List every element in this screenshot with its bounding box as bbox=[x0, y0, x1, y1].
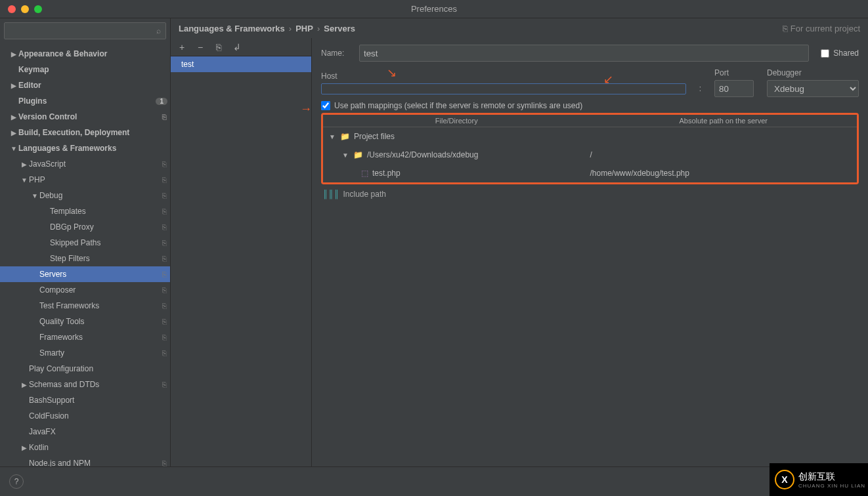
path-mappings-label: Use path mappings (select if the server … bbox=[334, 101, 582, 110]
minimize-icon[interactable] bbox=[21, 5, 29, 13]
sidebar-item-build-execution-deployment[interactable]: ▶Build, Execution, Deployment bbox=[0, 125, 170, 140]
debugger-label: Debugger bbox=[767, 68, 859, 77]
shared-checkbox[interactable]: Shared bbox=[821, 49, 859, 58]
copy-icon: ⎘ bbox=[158, 160, 170, 168]
watermark-logo: X 创新互联 CHUANG XIN HU LIAN bbox=[770, 463, 868, 496]
sidebar-item-play-configuration[interactable]: Play Configuration bbox=[0, 361, 170, 377]
search-icon: ⌕ bbox=[156, 26, 161, 35]
sidebar-item-javafx[interactable]: JavaFX bbox=[0, 424, 170, 440]
sidebar-item-smarty[interactable]: Smarty⎘ bbox=[0, 345, 170, 361]
chevron-icon: ▼ bbox=[30, 192, 39, 199]
crumb-servers[interactable]: Servers bbox=[324, 24, 355, 33]
col-file-directory: File/Directory bbox=[323, 115, 590, 127]
php-file-icon: ⬚ bbox=[361, 169, 368, 178]
copy-button[interactable]: ⎘ bbox=[213, 41, 225, 53]
sidebar-item-schemas-and-dtds[interactable]: ▶Schemas and DTDs⎘ bbox=[0, 377, 170, 392]
sidebar-item-label: Skipped Paths bbox=[50, 238, 158, 247]
copy-icon: ⎘ bbox=[158, 349, 170, 357]
sidebar-item-step-filters[interactable]: Step Filters⎘ bbox=[0, 251, 170, 266]
sidebar-item-bashsupport[interactable]: BashSupport bbox=[0, 392, 170, 408]
sidebar-item-label: JavaFX bbox=[29, 427, 170, 436]
chevron-icon: ▶ bbox=[20, 444, 29, 451]
sidebar-item-keymap[interactable]: Keymap bbox=[0, 62, 170, 77]
name-input[interactable] bbox=[359, 45, 809, 62]
chevron-down-icon[interactable]: ▼ bbox=[328, 133, 336, 140]
sidebar-item-languages-frameworks[interactable]: ▼Languages & Frameworks bbox=[0, 140, 170, 156]
sidebar-item-label: Build, Execution, Deployment bbox=[18, 128, 170, 137]
path-mappings-table: File/Directory Absolute path on the serv… bbox=[321, 113, 859, 184]
sidebar-item-frameworks[interactable]: Frameworks⎘ bbox=[0, 329, 170, 345]
sidebar-item-label: BashSupport bbox=[29, 396, 170, 405]
copy-icon: ⎘ bbox=[158, 176, 170, 184]
import-button[interactable]: ↲ bbox=[231, 41, 243, 53]
sidebar-item-label: DBGp Proxy bbox=[50, 222, 158, 232]
copy-icon: ⎘ bbox=[158, 113, 170, 121]
sidebar-item-servers[interactable]: Servers⎘ bbox=[0, 266, 170, 282]
host-label: Host bbox=[321, 72, 686, 81]
port-label: Port bbox=[714, 68, 754, 77]
sidebar-item-kotlin[interactable]: ▶Kotlin bbox=[0, 440, 170, 455]
sidebar-item-label: Keymap bbox=[18, 65, 170, 74]
search-input[interactable] bbox=[4, 22, 166, 39]
scope-label: ⎘ For current project bbox=[783, 24, 860, 33]
table-row[interactable]: ▼ 📁 /Users/xu42/Downloads/xdebug / bbox=[323, 146, 857, 164]
chevron-icon: ▼ bbox=[20, 176, 29, 184]
col-absolute-path: Absolute path on the server bbox=[590, 115, 857, 127]
debugger-select[interactable]: Xdebug bbox=[767, 80, 859, 97]
sidebar-item-composer[interactable]: Composer⎘ bbox=[0, 282, 170, 298]
sidebar-item-dbgp-proxy[interactable]: DBGp Proxy⎘ bbox=[0, 219, 170, 235]
include-icon: ║║║ bbox=[322, 190, 339, 199]
logo-icon: X bbox=[775, 470, 794, 489]
copy-icon: ⎘ bbox=[158, 223, 170, 231]
sidebar-item-appearance-behavior[interactable]: ▶Appearance & Behavior bbox=[0, 46, 170, 62]
host-input[interactable] bbox=[321, 83, 686, 94]
chevron-icon: ▼ bbox=[9, 145, 18, 152]
sidebar-item-templates[interactable]: Templates⎘ bbox=[0, 203, 170, 219]
copy-icon: ⎘ bbox=[158, 192, 170, 199]
help-button[interactable]: ? bbox=[9, 474, 24, 489]
close-icon[interactable] bbox=[8, 5, 16, 13]
copy-icon: ⎘ bbox=[158, 239, 170, 247]
sidebar-item-quality-tools[interactable]: Quality Tools⎘ bbox=[0, 314, 170, 329]
folder-icon: 📁 bbox=[340, 132, 350, 141]
table-row[interactable]: ⬚ test.php /home/www/xdebug/test.php bbox=[323, 164, 857, 182]
sidebar-item-label: Node.js and NPM bbox=[29, 459, 158, 466]
sidebar-item-label: Smarty bbox=[39, 348, 158, 358]
path-mappings-checkbox[interactable] bbox=[321, 101, 330, 110]
copy-icon: ⎘ bbox=[158, 207, 170, 215]
sidebar-item-version-control[interactable]: ▶Version Control⎘ bbox=[0, 109, 170, 125]
copy-icon: ⎘ bbox=[158, 255, 170, 262]
crumb-languages[interactable]: Languages & Frameworks bbox=[179, 24, 285, 33]
sidebar-item-debug[interactable]: ▼Debug⎘ bbox=[0, 188, 170, 203]
maximize-icon[interactable] bbox=[34, 5, 42, 13]
sidebar-item-javascript[interactable]: ▶JavaScript⎘ bbox=[0, 156, 170, 172]
sidebar-item-label: Plugins bbox=[18, 96, 156, 106]
sidebar-item-label: Templates bbox=[50, 207, 158, 216]
sidebar-item-node-js-and-npm[interactable]: Node.js and NPM⎘ bbox=[0, 455, 170, 466]
sidebar-item-test-frameworks[interactable]: Test Frameworks⎘ bbox=[0, 298, 170, 314]
sidebar-item-label: Composer bbox=[39, 285, 158, 295]
chevron-down-icon[interactable]: ▼ bbox=[341, 152, 349, 159]
chevron-icon: ▶ bbox=[20, 161, 29, 168]
sidebar-item-label: PHP bbox=[29, 175, 158, 184]
sidebar-item-label: Servers bbox=[39, 270, 158, 279]
copy-icon: ⎘ bbox=[158, 318, 170, 325]
include-path-row[interactable]: ║║║ Include path bbox=[312, 184, 868, 204]
sidebar-item-coldfusion[interactable]: ColdFusion bbox=[0, 408, 170, 424]
chevron-icon: ▶ bbox=[9, 51, 18, 58]
copy-icon: ⎘ bbox=[158, 302, 170, 310]
copy-icon: ⎘ bbox=[158, 381, 170, 388]
crumb-php[interactable]: PHP bbox=[295, 24, 313, 33]
copy-icon: ⎘ bbox=[158, 333, 170, 341]
sidebar-item-plugins[interactable]: Plugins1 bbox=[0, 93, 170, 109]
server-list-item[interactable]: test bbox=[171, 56, 311, 72]
port-input[interactable] bbox=[714, 80, 754, 97]
add-button[interactable]: + bbox=[176, 41, 188, 53]
sidebar-item-editor[interactable]: ▶Editor bbox=[0, 77, 170, 93]
sidebar-item-label: Frameworks bbox=[39, 333, 158, 342]
sidebar-item-skipped-paths[interactable]: Skipped Paths⎘ bbox=[0, 235, 170, 251]
chevron-icon: ▶ bbox=[9, 114, 18, 121]
table-row[interactable]: ▼ 📁 Project files bbox=[323, 127, 857, 146]
remove-button[interactable]: − bbox=[194, 41, 206, 53]
sidebar-item-php[interactable]: ▼PHP⎘ bbox=[0, 172, 170, 188]
